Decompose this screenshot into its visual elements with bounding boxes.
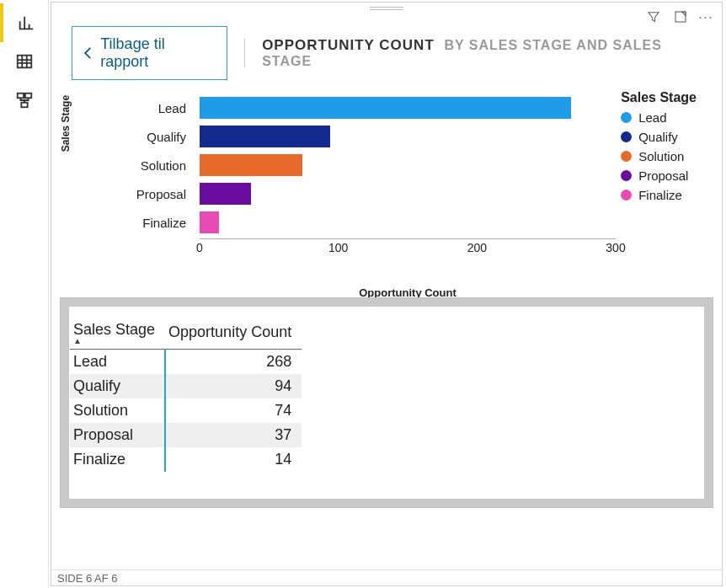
cell-stage: Finalize — [70, 447, 165, 472]
bar-row: Qualify — [200, 122, 616, 151]
visual-drag-handle[interactable] — [370, 6, 403, 11]
filter-button[interactable] — [644, 8, 663, 26]
page-indicator: SIDE 6 AF 6 — [57, 572, 118, 585]
bar[interactable] — [200, 211, 219, 233]
nav-report-view[interactable] — [0, 3, 49, 42]
cell-count: 94 — [165, 374, 302, 398]
more-options-button[interactable]: ··· — [698, 8, 713, 26]
table-row[interactable]: Solution74 — [70, 398, 302, 423]
svg-rect-4 — [675, 12, 686, 22]
table-visual[interactable]: Sales Stage ▲ Opportunity Count Lead268Q… — [70, 307, 703, 498]
category-label: Lead — [99, 101, 193, 115]
data-table: Sales Stage ▲ Opportunity Count Lead268Q… — [70, 319, 302, 472]
x-tick: 0 — [196, 241, 203, 254]
table-row[interactable]: Qualify94 — [70, 374, 302, 398]
bar-chart-visual[interactable]: Sales Stage LeadQualifySolutionProposalF… — [51, 88, 722, 281]
table-icon — [15, 52, 34, 71]
visual-title: OPPORTUNITY COUNT — [262, 37, 435, 53]
cell-stage: Qualify — [70, 374, 165, 398]
cell-stage: Lead — [70, 350, 165, 375]
bar-chart-icon — [17, 13, 35, 32]
nav-data-view[interactable] — [0, 42, 49, 81]
bar-row: Solution — [200, 151, 616, 179]
cell-count: 74 — [165, 398, 302, 423]
status-bar: SIDE 6 AF 6 — [51, 569, 723, 588]
bar-row: Finalize — [200, 208, 616, 237]
svg-rect-0 — [18, 56, 32, 68]
left-nav — [0, 0, 49, 588]
y-axis-label: Sales Stage — [60, 95, 72, 152]
cell-count: 14 — [165, 447, 302, 472]
nav-model-view[interactable] — [0, 81, 49, 120]
visual-title-row: Tilbage til rapport OPPORTUNITY COUNT BY… — [51, 3, 722, 88]
divider — [244, 39, 245, 67]
svg-rect-3 — [21, 103, 27, 108]
legend-swatch — [621, 190, 632, 200]
focus-icon — [673, 9, 688, 24]
legend-label: Finalize — [638, 188, 682, 202]
x-tick: 200 — [467, 241, 487, 254]
legend-item[interactable]: Finalize — [621, 188, 697, 202]
bar-row: Proposal — [200, 179, 616, 208]
cell-stage: Proposal — [70, 423, 165, 447]
svg-rect-2 — [25, 94, 31, 99]
legend-item[interactable]: Lead — [621, 110, 697, 125]
back-to-report-button[interactable]: Tilbage til rapport — [72, 26, 227, 80]
table-row[interactable]: Proposal37 — [70, 423, 302, 447]
bar-row: Lead — [200, 94, 616, 122]
legend: Sales Stage LeadQualifySolutionProposalF… — [621, 90, 697, 207]
legend-label: Qualify — [638, 130, 678, 144]
plot-area: Sales Stage LeadQualifySolutionProposalF… — [99, 90, 616, 270]
table-row[interactable]: Finalize14 — [70, 447, 302, 472]
legend-label: Proposal — [638, 168, 688, 183]
legend-swatch — [621, 151, 632, 162]
legend-item[interactable]: Qualify — [621, 130, 697, 144]
model-icon — [15, 91, 34, 110]
visual-header-controls: ··· — [644, 8, 713, 26]
category-label: Qualify — [99, 130, 193, 144]
legend-title: Sales Stage — [621, 90, 697, 105]
legend-label: Solution — [638, 149, 684, 163]
report-page: ··· Tilbage til rapport OPPORTUNITY COUN… — [51, 2, 723, 586]
legend-item[interactable]: Solution — [621, 149, 697, 163]
legend-swatch — [621, 131, 632, 142]
focus-mode-button[interactable] — [671, 8, 690, 26]
cell-count: 268 — [165, 350, 302, 375]
cell-stage: Solution — [70, 398, 165, 423]
col-header-stage[interactable]: Sales Stage ▲ — [70, 319, 165, 350]
x-axis: 0100200300 Opportunity Count — [200, 238, 616, 270]
x-tick: 100 — [328, 241, 348, 254]
back-label: Tilbage til rapport — [100, 35, 213, 71]
cell-count: 37 — [165, 423, 302, 447]
title-block: OPPORTUNITY COUNT BY SALES STAGE AND SAL… — [262, 37, 702, 69]
x-tick: 300 — [606, 241, 625, 254]
col-header-count[interactable]: Opportunity Count — [165, 319, 302, 350]
report-canvas: ··· Tilbage til rapport OPPORTUNITY COUN… — [49, 0, 726, 588]
legend-item[interactable]: Proposal — [621, 168, 697, 183]
legend-label: Lead — [638, 110, 666, 125]
chevron-left-icon — [79, 44, 97, 62]
category-label: Proposal — [99, 187, 193, 201]
legend-swatch — [621, 170, 632, 181]
sort-asc-icon: ▲ — [73, 339, 155, 344]
bar[interactable] — [200, 183, 251, 205]
category-label: Solution — [99, 158, 193, 173]
filter-icon — [646, 9, 661, 24]
legend-swatch — [621, 112, 632, 123]
bar[interactable] — [200, 126, 330, 147]
bar[interactable] — [200, 97, 571, 119]
category-label: Finalize — [99, 216, 193, 230]
svg-rect-1 — [18, 94, 24, 99]
table-row[interactable]: Lead268 — [70, 350, 302, 375]
bar[interactable] — [200, 154, 302, 176]
